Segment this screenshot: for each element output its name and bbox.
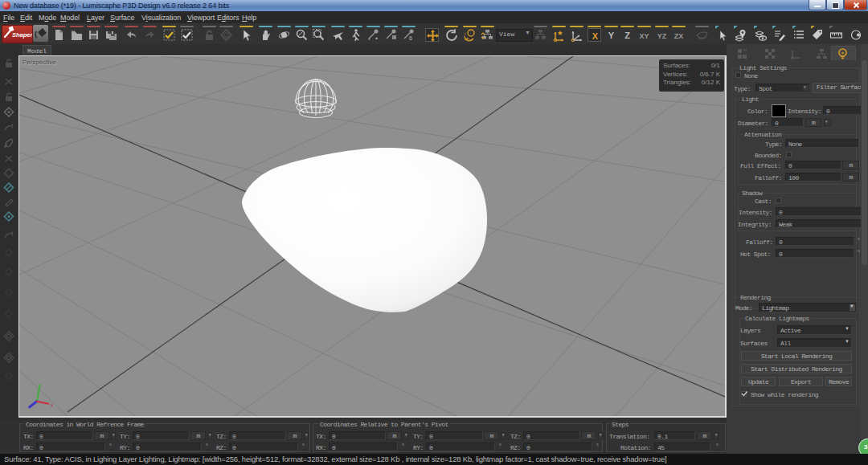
svg-text:Y: Y (608, 31, 615, 40)
svg-text:x: x (51, 402, 54, 408)
svg-text:Z: Z (624, 31, 630, 40)
svg-text:ZX: ZX (674, 32, 684, 40)
svg-text:Shaper: Shaper (12, 31, 32, 39)
svg-text:X: X (592, 31, 599, 41)
svg-text:✦: ✦ (375, 36, 379, 41)
svg-text:6: 6 (409, 35, 412, 41)
svg-text:↕: ↕ (464, 31, 466, 36)
svg-text:XY: XY (639, 32, 649, 40)
svg-text:YZ: YZ (657, 32, 667, 40)
